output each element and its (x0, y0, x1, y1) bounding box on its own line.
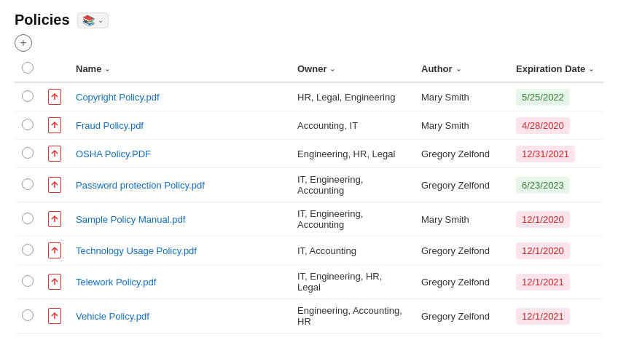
file-icon-cell (41, 111, 69, 140)
row-checkbox[interactable] (22, 178, 34, 190)
file-icon-cell (41, 82, 69, 111)
file-owner: Engineering, Accounting, HR (290, 299, 414, 333)
col-header-checkbox (15, 56, 41, 82)
file-owner: Accounting, IT (290, 111, 414, 140)
table-header: Name ⌄ Owner ⌄ Author ⌄ (15, 56, 603, 82)
pdf-file-icon (48, 242, 61, 258)
file-owner: Engineering, HR, Legal (290, 140, 414, 168)
file-name[interactable]: Vehicle Policy.pdf (69, 299, 290, 333)
file-expiry: 6/23/2023 (509, 168, 603, 202)
row-checkbox[interactable] (22, 309, 34, 321)
file-icon-cell (41, 140, 69, 168)
file-expiry: 12/1/2021 (509, 265, 603, 299)
pdf-file-icon (48, 211, 61, 227)
file-owner: IT, Accounting (290, 237, 414, 265)
row-checkbox[interactable] (22, 244, 34, 256)
table-row: Vehicle Policy.pdfEngineering, Accountin… (15, 299, 603, 333)
file-author: Gregory Zelfond (414, 299, 509, 333)
expiry-badge: 12/1/2020 (516, 211, 570, 228)
author-sort-icon: ⌄ (455, 65, 461, 73)
policies-table: Name ⌄ Owner ⌄ Author ⌄ (15, 56, 603, 333)
table-row: Fraud Policy.pdfAccounting, ITMary Smith… (15, 111, 603, 140)
add-button-row: + (0, 31, 618, 56)
pdf-file-icon (48, 177, 61, 193)
table-body: Copyright Policy.pdfHR, Legal, Engineeri… (15, 82, 603, 333)
row-checkbox[interactable] (22, 275, 34, 287)
expiry-badge: 4/28/2020 (516, 117, 570, 134)
expiry-badge: 5/25/2022 (516, 89, 570, 106)
expiry-badge: 12/31/2021 (516, 146, 575, 162)
file-name[interactable]: OSHA Policy.PDF (69, 140, 290, 168)
name-sort-icon: ⌄ (104, 65, 110, 73)
table-row: Copyright Policy.pdfHR, Legal, Engineeri… (15, 82, 603, 111)
file-name[interactable]: Copyright Policy.pdf (69, 82, 290, 111)
table-row: Password protection Policy.pdfIT, Engine… (15, 168, 603, 202)
expiry-badge: 12/1/2021 (516, 308, 570, 325)
expiry-badge: 12/1/2020 (516, 242, 570, 259)
col-header-name[interactable]: Name ⌄ (69, 56, 290, 82)
pdf-file-icon (48, 274, 61, 290)
file-expiry: 12/31/2021 (509, 140, 603, 168)
expiry-badge: 12/1/2021 (516, 274, 570, 290)
file-author: Mary Smith (414, 202, 509, 237)
pdf-file-icon (48, 89, 61, 105)
file-expiry: 12/1/2020 (509, 202, 603, 237)
pdf-file-icon (48, 117, 61, 133)
file-expiry: 12/1/2020 (509, 237, 603, 265)
owner-sort-icon: ⌄ (329, 65, 335, 73)
add-policy-button[interactable]: + (15, 34, 32, 52)
file-author: Mary Smith (414, 111, 509, 140)
row-checkbox[interactable] (22, 90, 34, 102)
file-author: Mary Smith (414, 82, 509, 111)
chevron-down-icon: ⌄ (98, 16, 103, 24)
file-expiry: 12/1/2021 (509, 299, 603, 333)
file-name[interactable]: Technology Usage Policy.pdf (69, 237, 290, 265)
file-expiry: 4/28/2020 (509, 111, 603, 140)
file-author: Gregory Zelfond (414, 140, 509, 168)
expiry-sort-icon: ⌄ (588, 65, 594, 73)
file-expiry: 5/25/2022 (509, 82, 603, 111)
file-icon-cell (41, 202, 69, 237)
table-row: OSHA Policy.PDFEngineering, HR, LegalGre… (15, 140, 603, 168)
file-owner: IT, Engineering, Accounting (290, 202, 414, 237)
row-checkbox[interactable] (22, 147, 34, 159)
page-title: Policies (15, 12, 70, 28)
library-icon: 📚 (82, 15, 95, 26)
file-owner: IT, Engineering, Accounting (290, 168, 414, 202)
pdf-file-icon (48, 308, 61, 324)
policies-table-container: Name ⌄ Owner ⌄ Author ⌄ (0, 56, 618, 333)
row-checkbox[interactable] (22, 119, 34, 130)
file-icon-cell (41, 168, 69, 202)
file-name[interactable]: Sample Policy Manual.pdf (69, 202, 290, 237)
table-row: Technology Usage Policy.pdfIT, Accountin… (15, 237, 603, 265)
row-checkbox[interactable] (22, 213, 34, 224)
view-toggle-button[interactable]: 📚 ⌄ (77, 12, 109, 28)
file-author: Gregory Zelfond (414, 237, 509, 265)
file-icon-cell (41, 299, 69, 333)
expiry-badge: 6/23/2023 (516, 177, 570, 194)
file-author: Gregory Zelfond (414, 265, 509, 299)
file-icon-cell (41, 237, 69, 265)
header-checkbox[interactable] (22, 62, 34, 74)
file-owner: HR, Legal, Engineering (290, 82, 414, 111)
file-icon-cell (41, 265, 69, 299)
file-name[interactable]: Telework Policy.pdf (69, 265, 290, 299)
col-header-icon (41, 56, 69, 82)
col-header-owner[interactable]: Owner ⌄ (290, 56, 414, 82)
file-author: Gregory Zelfond (414, 168, 509, 202)
page-header: Policies 📚 ⌄ (0, 0, 618, 31)
table-row: Sample Policy Manual.pdfIT, Engineering,… (15, 202, 603, 237)
table-row: Telework Policy.pdfIT, Engineering, HR, … (15, 265, 603, 299)
file-name[interactable]: Password protection Policy.pdf (69, 168, 290, 202)
col-header-author[interactable]: Author ⌄ (414, 56, 509, 82)
file-owner: IT, Engineering, HR, Legal (290, 265, 414, 299)
file-name[interactable]: Fraud Policy.pdf (69, 111, 290, 140)
col-header-expiry[interactable]: Expiration Date ⌄ (509, 56, 603, 82)
pdf-file-icon (48, 146, 61, 162)
